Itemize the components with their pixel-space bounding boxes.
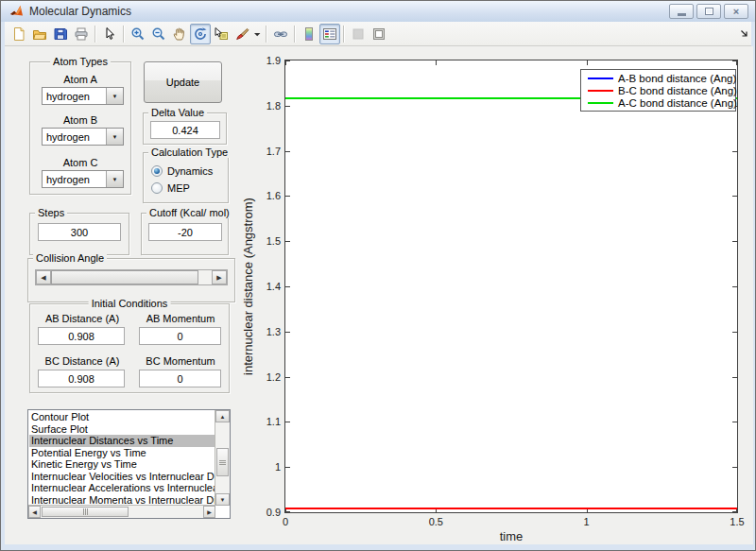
delta-value-panel: Delta Value 0.424 [143, 112, 227, 145]
x-axis-label: time [500, 529, 524, 543]
vertical-scroll-thumb[interactable] [216, 448, 229, 476]
y-tick-label: 1.9 [254, 55, 281, 66]
atom-a-value: hydrogen [43, 88, 106, 104]
slider-left-arrow-icon[interactable]: ◀ [36, 270, 51, 284]
scroll-left-icon[interactable]: ◀ [28, 506, 41, 518]
legend-label: A-B bond distance (Ang) [618, 73, 736, 84]
close-icon: × [733, 7, 739, 17]
open-file-icon[interactable] [29, 24, 50, 44]
plot-type-listbox[interactable]: Contour PlotSurface PlotInternuclear Dis… [27, 409, 231, 519]
bc-distance-field[interactable]: 0.908 [38, 370, 125, 387]
atom-a-dropdown[interactable]: hydrogen ▼ [42, 87, 124, 105]
minimize-icon [678, 13, 686, 16]
y-tick [285, 241, 290, 242]
radio-icon[interactable] [151, 165, 163, 177]
scroll-down-icon[interactable]: ▼ [215, 493, 230, 506]
y-tick [732, 241, 737, 242]
cutoff-panel: Cutoff (Kcal/ mol) -20 [141, 213, 229, 255]
chevron-down-icon[interactable]: ▼ [106, 88, 123, 104]
toolbar-separator [123, 26, 125, 43]
radio-mep[interactable]: MEP [151, 182, 190, 194]
y-tick-label: 1.8 [254, 100, 281, 112]
atom-b-dropdown[interactable]: hydrogen ▼ [42, 128, 124, 146]
ab-momentum-label: AB Momentum [136, 313, 225, 324]
y-tick [732, 196, 737, 197]
pointer-icon[interactable] [99, 24, 120, 44]
titlebar[interactable]: Molecular Dynamics × [1, 1, 755, 22]
legend-line-sample [588, 77, 613, 79]
listbox-item[interactable]: Kinetic Energy vs Time [29, 458, 215, 471]
brush-dropdown-icon[interactable] [252, 24, 263, 44]
bc-momentum-field[interactable]: 0 [139, 370, 221, 387]
zoom-out-icon[interactable] [148, 24, 169, 44]
close-button[interactable]: × [724, 4, 748, 19]
maximize-button[interactable] [696, 4, 721, 19]
update-button[interactable]: Update [144, 61, 222, 103]
save-figure-icon[interactable] [50, 24, 71, 44]
listbox-item[interactable]: Internuclear Momenta vs Internuclear Dis… [29, 494, 215, 506]
y-tick [285, 106, 290, 107]
zoom-in-icon[interactable] [128, 24, 148, 44]
plot-tools-off-icon[interactable] [348, 24, 369, 44]
atom-a-label: Atom A [30, 74, 130, 85]
y-tick [732, 377, 737, 378]
y-tick-label: 1.1 [254, 416, 281, 427]
radio-mep-label: MEP [167, 182, 190, 194]
listbox-item[interactable]: Internuclear Velocities vs Internuclear … [29, 471, 215, 483]
new-document-icon[interactable] [9, 24, 29, 44]
steps-field[interactable]: 300 [38, 223, 121, 241]
plot-tools-dock-icon[interactable] [369, 24, 389, 44]
toolbar-overflow-icon[interactable] [740, 29, 748, 38]
legend-line-sample [588, 90, 613, 92]
y-tick [285, 422, 290, 422]
horizontal-scrollbar[interactable]: ◀ ▶ [28, 505, 215, 518]
vertical-scrollbar[interactable]: ▲ ▼ [215, 410, 230, 506]
chevron-down-icon[interactable]: ▼ [106, 129, 123, 145]
chevron-down-icon[interactable]: ▼ [106, 171, 123, 187]
atom-c-value: hydrogen [43, 171, 106, 187]
y-tick [732, 151, 737, 152]
ab-momentum-field[interactable]: 0 [139, 327, 221, 345]
initial-conditions-title: Initial Conditions [89, 298, 171, 309]
toolbar-separator [94, 26, 96, 43]
scroll-right-icon[interactable]: ▶ [203, 506, 215, 518]
y-tick [285, 196, 290, 197]
scroll-up-icon[interactable]: ▲ [215, 410, 230, 422]
insert-legend-icon[interactable] [319, 24, 340, 44]
atom-c-dropdown[interactable]: hydrogen ▼ [42, 170, 124, 188]
minimize-button[interactable] [669, 4, 694, 19]
listbox-item[interactable]: Internuclear Accelerations vs Internucle… [29, 482, 215, 494]
horizontal-scroll-thumb[interactable] [42, 507, 129, 517]
rotate-3d-icon[interactable] [190, 24, 211, 44]
slider-thumb[interactable] [51, 270, 198, 284]
legend-entry: A-C bond distance (Ang) [581, 97, 735, 110]
brush-icon[interactable] [232, 24, 252, 44]
y-tick [285, 377, 290, 378]
y-tick-label: 1.5 [254, 235, 281, 247]
y-tick-label: 1 [254, 461, 281, 473]
link-plots-icon[interactable] [270, 24, 291, 44]
y-tick [732, 467, 737, 468]
atom-types-title: Atom Types [50, 56, 111, 67]
radio-icon[interactable] [151, 182, 163, 194]
listbox-item[interactable]: Potential Energy vs Time [29, 447, 215, 459]
listbox-item[interactable]: Surface Plot [29, 423, 215, 436]
print-figure-icon[interactable] [71, 24, 92, 44]
y-tick [732, 286, 737, 287]
y-tick [732, 422, 737, 422]
data-cursor-icon[interactable] [211, 24, 232, 44]
x-tick-label: 0 [269, 516, 301, 527]
cutoff-field[interactable]: -20 [148, 223, 222, 241]
collision-angle-slider[interactable]: ◀ ▶ [35, 269, 228, 285]
slider-right-arrow-icon[interactable]: ▶ [212, 270, 227, 284]
radio-dynamics[interactable]: Dynamics [151, 165, 213, 177]
insert-colorbar-icon[interactable] [299, 24, 319, 44]
ab-distance-field[interactable]: 0.908 [38, 327, 125, 345]
pan-hand-icon[interactable] [169, 24, 190, 44]
listbox-item[interactable]: Contour Plot [29, 411, 215, 423]
figure-toolbar [5, 22, 751, 46]
axes-plot[interactable]: internuclear distance (Angstrom) time 0.… [284, 60, 738, 513]
listbox-item[interactable]: Internuclear Distances vs Time [29, 435, 215, 447]
plot-legend[interactable]: A-B bond distance (Ang)B-C bond distance… [580, 69, 736, 112]
delta-value-field[interactable]: 0.424 [150, 121, 220, 139]
